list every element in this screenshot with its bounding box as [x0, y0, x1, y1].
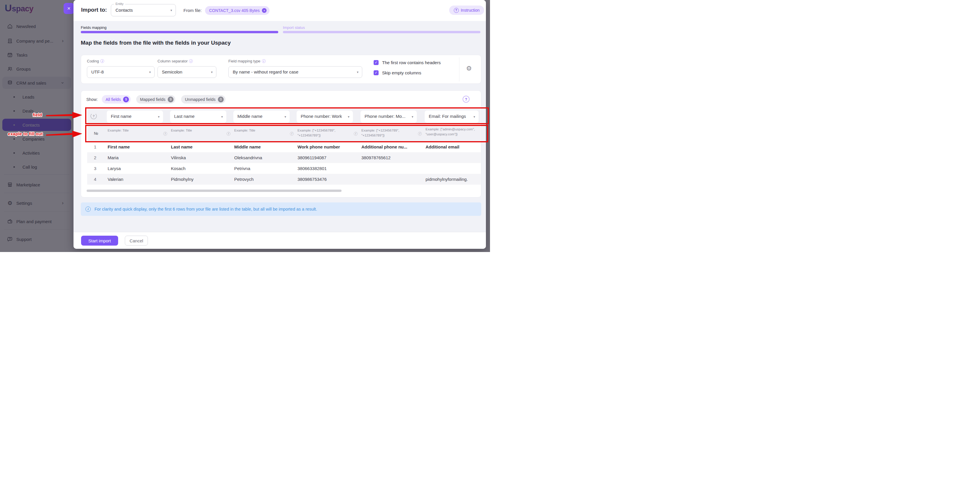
example-cell: Example: Titlei	[107, 126, 170, 141]
show-label: Show:	[86, 97, 98, 102]
first-row-headers-label: The first row contains headers	[382, 60, 441, 65]
cancel-button[interactable]: Cancel	[125, 236, 148, 246]
info-icon: i	[227, 132, 231, 136]
field-select-3[interactable]: Middle name▾	[233, 111, 290, 123]
info-icon: i	[290, 132, 294, 136]
horizontal-scrollbar[interactable]	[87, 189, 342, 192]
info-icon: i	[86, 207, 91, 212]
field-select-6[interactable]: Email: For mailings▾	[425, 111, 479, 123]
first-row-headers-checkbox[interactable]: ✓	[374, 60, 379, 65]
field-mapping-row: ? First name▾ Last name▾ Middle name▾ Ph…	[87, 109, 480, 123]
separator-label: Column separatori	[158, 59, 193, 63]
filter-all-fields[interactable]: All fields 9	[102, 95, 130, 103]
start-import-button[interactable]: Start import	[81, 236, 118, 246]
mapping-type-select[interactable]: By name - without regard for case ▾	[228, 66, 362, 78]
entity-select-value: Contacts	[116, 8, 133, 13]
question-circle-icon: ?	[454, 8, 459, 13]
fields-card: Show: All fields 9 Mapped fields 9 Unmap…	[81, 91, 481, 197]
table-row: 4 Valerian Pidmohylny Petrovych 38098675…	[87, 174, 480, 184]
count-badge: 9	[168, 97, 173, 102]
field-select-2[interactable]: Last name▾	[170, 111, 226, 123]
entity-select-label: Entity	[114, 2, 125, 6]
close-menu-button[interactable]: ×	[64, 3, 74, 14]
skip-empty-columns-label: Skip empty columns	[382, 70, 421, 75]
field-select-4[interactable]: Phone number: Work▾	[297, 111, 353, 123]
caret-down-icon: ▾	[170, 8, 172, 12]
step-fields-mapping-label: Fields mapping	[81, 25, 107, 30]
field-select-5[interactable]: Phone number: Mo...▾	[361, 111, 417, 123]
step-import-status-label: Import status	[283, 25, 305, 30]
table-row: 1 First name Last name Middle name Work …	[87, 142, 480, 152]
from-file-label: From file:	[183, 8, 202, 13]
caret-down-icon: ▾	[473, 115, 475, 119]
auto-match-icon: ?	[91, 113, 97, 119]
info-icon: i	[189, 59, 193, 63]
modal-header: Import to: Entity Contacts ▾ From file: …	[73, 0, 486, 21]
app-window: Uspacy Newsfeed Company and pe... › Task…	[0, 0, 490, 252]
file-chip[interactable]: CONTACT_3.csv 405 Bytes ×	[205, 6, 269, 15]
caret-down-icon: ▾	[357, 70, 358, 74]
instruction-button[interactable]: ? Instruction	[449, 6, 484, 15]
count-badge: 9	[123, 97, 129, 102]
number-column-header: №	[87, 126, 107, 141]
example-cell: Example: Titlei	[233, 126, 297, 141]
example-cell: Example: ["admin@uspacy.com", "user@uspa…	[425, 126, 480, 141]
info-icon: i	[163, 132, 167, 136]
example-cell: Example: ["+123456789", "+123456789"]}i	[297, 126, 361, 141]
modal-footer: Start import Cancel	[73, 232, 486, 249]
filter-unmapped-fields[interactable]: Unmapped fields 0	[181, 95, 226, 103]
section-heading: Map the fields from the file with the fi…	[81, 40, 231, 46]
caret-down-icon: ▾	[211, 70, 213, 74]
import-modal: Import to: Entity Contacts ▾ From file: …	[73, 0, 486, 249]
step-import-status-bar	[283, 31, 480, 33]
count-badge: 0	[218, 97, 224, 102]
options-divider	[459, 57, 460, 81]
help-icon[interactable]: ?	[463, 96, 469, 103]
caret-down-icon: ▾	[158, 115, 159, 119]
remove-file-icon[interactable]: ×	[262, 8, 267, 13]
field-select-1[interactable]: First name▾	[107, 111, 163, 123]
caret-down-icon: ▾	[221, 115, 223, 119]
table-row: 3 Larysa Kosach Petrivna 380663382801	[87, 163, 480, 174]
separator-select[interactable]: Semicolon ▾	[158, 66, 216, 78]
page-title: Import to:	[81, 7, 107, 13]
entity-select[interactable]: Entity Contacts ▾	[111, 4, 176, 16]
example-row: № Example: Titlei Example: Titlei Exampl…	[87, 126, 480, 141]
caret-down-icon: ▾	[412, 115, 413, 119]
advanced-settings-gear-icon[interactable]: ⚙	[466, 65, 472, 72]
coding-select[interactable]: UTF-8 ▾	[87, 66, 154, 78]
check-icon: ✓	[374, 71, 377, 75]
caret-down-icon: ▾	[149, 70, 151, 74]
check-icon: ✓	[374, 60, 377, 64]
filter-mapped-fields[interactable]: Mapped fields 9	[136, 95, 175, 103]
info-icon: i	[100, 59, 104, 63]
coding-label: Codingi	[87, 59, 104, 63]
info-icon: i	[354, 132, 358, 136]
close-icon: ×	[67, 5, 70, 12]
caret-down-icon: ▾	[285, 115, 286, 119]
info-icon: i	[418, 132, 422, 136]
mapping-type-label: Field mapping typei	[228, 59, 266, 63]
step-fields-mapping-bar	[81, 31, 278, 33]
table-row: 2 Maria Vilinska Oleksandrivna 380961194…	[87, 152, 480, 163]
info-icon: i	[262, 59, 266, 63]
example-cell: Example: ["+123456789", "+123456789"]}i	[361, 126, 425, 141]
example-cell: Example: Titlei	[170, 126, 233, 141]
options-card: Codingi UTF-8 ▾ Column separatori Semico…	[81, 55, 481, 84]
info-banner: i For clarity and quick display, only th…	[81, 202, 481, 216]
skip-empty-columns-checkbox[interactable]: ✓	[374, 70, 379, 75]
caret-down-icon: ▾	[348, 115, 349, 119]
